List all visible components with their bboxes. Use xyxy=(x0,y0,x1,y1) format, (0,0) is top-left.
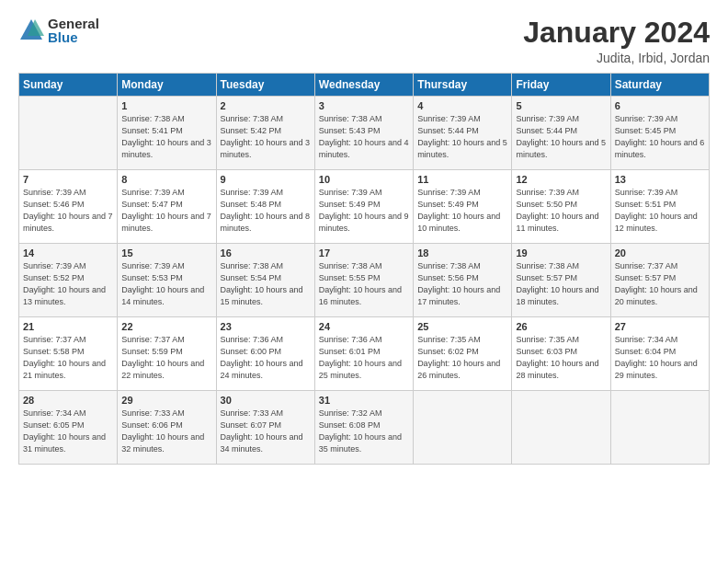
day-cell: 5Sunrise: 7:39 AM Sunset: 5:44 PM Daylig… xyxy=(512,97,610,170)
day-info: Sunrise: 7:39 AM Sunset: 5:45 PM Dayligh… xyxy=(615,113,705,161)
day-info: Sunrise: 7:34 AM Sunset: 6:04 PM Dayligh… xyxy=(615,334,705,382)
col-monday: Monday xyxy=(118,74,216,97)
day-number: 18 xyxy=(417,247,507,259)
day-number: 14 xyxy=(23,247,113,259)
col-friday: Friday xyxy=(512,74,610,97)
day-info: Sunrise: 7:36 AM Sunset: 6:00 PM Dayligh… xyxy=(221,334,311,382)
day-info: Sunrise: 7:38 AM Sunset: 5:57 PM Dayligh… xyxy=(516,260,606,308)
day-info: Sunrise: 7:38 AM Sunset: 5:56 PM Dayligh… xyxy=(417,260,507,308)
day-number: 13 xyxy=(615,174,705,185)
day-info: Sunrise: 7:34 AM Sunset: 6:05 PM Dayligh… xyxy=(23,408,113,455)
day-cell: 15Sunrise: 7:39 AM Sunset: 5:53 PM Dayli… xyxy=(118,244,216,317)
day-cell: 26Sunrise: 7:35 AM Sunset: 6:03 PM Dayli… xyxy=(512,317,610,391)
title-block: January 2024 Judita, Irbid, Jordan xyxy=(523,17,710,65)
week-row-3: 14Sunrise: 7:39 AM Sunset: 5:52 PM Dayli… xyxy=(19,244,710,317)
day-cell xyxy=(19,97,118,170)
day-info: Sunrise: 7:38 AM Sunset: 5:41 PM Dayligh… xyxy=(121,113,211,161)
day-info: Sunrise: 7:33 AM Sunset: 6:07 PM Dayligh… xyxy=(221,408,311,455)
day-number: 6 xyxy=(615,100,705,111)
day-number: 3 xyxy=(319,100,409,111)
week-row-2: 7Sunrise: 7:39 AM Sunset: 5:46 PM Daylig… xyxy=(19,170,710,244)
day-info: Sunrise: 7:39 AM Sunset: 5:52 PM Dayligh… xyxy=(23,260,113,308)
header: General Blue January 2024 Judita, Irbid,… xyxy=(18,17,710,65)
day-number: 31 xyxy=(319,395,409,406)
calendar-body: 1Sunrise: 7:38 AM Sunset: 5:41 PM Daylig… xyxy=(19,97,710,465)
day-info: Sunrise: 7:38 AM Sunset: 5:54 PM Dayligh… xyxy=(221,260,311,308)
day-cell: 6Sunrise: 7:39 AM Sunset: 5:45 PM Daylig… xyxy=(610,97,709,170)
day-cell: 27Sunrise: 7:34 AM Sunset: 6:04 PM Dayli… xyxy=(610,317,709,391)
day-cell: 30Sunrise: 7:33 AM Sunset: 6:07 PM Dayli… xyxy=(216,391,314,465)
day-number: 15 xyxy=(121,247,211,259)
day-number: 22 xyxy=(121,321,211,332)
day-cell: 28Sunrise: 7:34 AM Sunset: 6:05 PM Dayli… xyxy=(19,391,118,465)
day-info: Sunrise: 7:38 AM Sunset: 5:42 PM Dayligh… xyxy=(221,113,311,161)
day-number: 30 xyxy=(221,395,311,406)
day-number: 20 xyxy=(615,247,705,259)
day-cell: 8Sunrise: 7:39 AM Sunset: 5:47 PM Daylig… xyxy=(118,170,216,244)
day-info: Sunrise: 7:38 AM Sunset: 5:55 PM Dayligh… xyxy=(319,260,409,308)
col-tuesday: Tuesday xyxy=(216,74,314,97)
day-cell xyxy=(610,391,709,465)
day-number: 27 xyxy=(615,321,705,332)
day-info: Sunrise: 7:39 AM Sunset: 5:48 PM Dayligh… xyxy=(221,187,311,235)
calendar-table: Sunday Monday Tuesday Wednesday Thursday… xyxy=(18,73,710,465)
day-cell: 16Sunrise: 7:38 AM Sunset: 5:54 PM Dayli… xyxy=(216,244,314,317)
day-number: 29 xyxy=(121,395,211,406)
col-saturday: Saturday xyxy=(610,74,709,97)
day-cell: 2Sunrise: 7:38 AM Sunset: 5:42 PM Daylig… xyxy=(216,97,314,170)
day-number: 28 xyxy=(23,395,113,406)
day-info: Sunrise: 7:36 AM Sunset: 6:01 PM Dayligh… xyxy=(319,334,409,382)
header-row: Sunday Monday Tuesday Wednesday Thursday… xyxy=(19,74,710,97)
day-cell: 19Sunrise: 7:38 AM Sunset: 5:57 PM Dayli… xyxy=(512,244,610,317)
day-cell: 9Sunrise: 7:39 AM Sunset: 5:48 PM Daylig… xyxy=(216,170,314,244)
day-cell: 17Sunrise: 7:38 AM Sunset: 5:55 PM Dayli… xyxy=(314,244,413,317)
day-number: 8 xyxy=(121,174,211,185)
week-row-4: 21Sunrise: 7:37 AM Sunset: 5:58 PM Dayli… xyxy=(19,317,710,391)
day-cell: 4Sunrise: 7:39 AM Sunset: 5:44 PM Daylig… xyxy=(414,97,512,170)
day-info: Sunrise: 7:39 AM Sunset: 5:49 PM Dayligh… xyxy=(417,187,507,235)
day-info: Sunrise: 7:32 AM Sunset: 6:08 PM Dayligh… xyxy=(319,408,409,455)
day-cell: 13Sunrise: 7:39 AM Sunset: 5:51 PM Dayli… xyxy=(610,170,709,244)
logo-general: General xyxy=(48,17,99,30)
week-row-5: 28Sunrise: 7:34 AM Sunset: 6:05 PM Dayli… xyxy=(19,391,710,465)
day-cell: 24Sunrise: 7:36 AM Sunset: 6:01 PM Dayli… xyxy=(314,317,413,391)
day-cell: 12Sunrise: 7:39 AM Sunset: 5:50 PM Dayli… xyxy=(512,170,610,244)
day-cell: 22Sunrise: 7:37 AM Sunset: 5:59 PM Dayli… xyxy=(118,317,216,391)
logo-blue: Blue xyxy=(48,30,99,44)
day-number: 21 xyxy=(23,321,113,332)
day-number: 24 xyxy=(319,321,409,332)
day-cell: 23Sunrise: 7:36 AM Sunset: 6:00 PM Dayli… xyxy=(216,317,314,391)
day-info: Sunrise: 7:39 AM Sunset: 5:44 PM Dayligh… xyxy=(516,113,606,161)
day-info: Sunrise: 7:37 AM Sunset: 5:59 PM Dayligh… xyxy=(121,334,211,382)
col-wednesday: Wednesday xyxy=(314,74,413,97)
col-thursday: Thursday xyxy=(414,74,512,97)
day-info: Sunrise: 7:37 AM Sunset: 5:57 PM Dayligh… xyxy=(615,260,705,308)
day-cell: 20Sunrise: 7:37 AM Sunset: 5:57 PM Dayli… xyxy=(610,244,709,317)
day-info: Sunrise: 7:33 AM Sunset: 6:06 PM Dayligh… xyxy=(121,408,211,455)
day-info: Sunrise: 7:39 AM Sunset: 5:51 PM Dayligh… xyxy=(615,187,705,235)
day-cell: 1Sunrise: 7:38 AM Sunset: 5:41 PM Daylig… xyxy=(118,97,216,170)
location-subtitle: Judita, Irbid, Jordan xyxy=(523,51,710,65)
week-row-1: 1Sunrise: 7:38 AM Sunset: 5:41 PM Daylig… xyxy=(19,97,710,170)
day-info: Sunrise: 7:39 AM Sunset: 5:53 PM Dayligh… xyxy=(121,260,211,308)
day-cell: 7Sunrise: 7:39 AM Sunset: 5:46 PM Daylig… xyxy=(19,170,118,244)
day-info: Sunrise: 7:39 AM Sunset: 5:50 PM Dayligh… xyxy=(516,187,606,235)
day-info: Sunrise: 7:39 AM Sunset: 5:46 PM Dayligh… xyxy=(23,187,113,235)
day-number: 5 xyxy=(516,100,606,111)
day-cell xyxy=(414,391,512,465)
day-number: 16 xyxy=(221,247,311,259)
day-cell: 18Sunrise: 7:38 AM Sunset: 5:56 PM Dayli… xyxy=(414,244,512,317)
day-info: Sunrise: 7:35 AM Sunset: 6:03 PM Dayligh… xyxy=(516,334,606,382)
day-info: Sunrise: 7:39 AM Sunset: 5:47 PM Dayligh… xyxy=(121,187,211,235)
day-info: Sunrise: 7:38 AM Sunset: 5:43 PM Dayligh… xyxy=(319,113,409,161)
day-info: Sunrise: 7:39 AM Sunset: 5:44 PM Dayligh… xyxy=(417,113,507,161)
day-cell xyxy=(512,391,610,465)
day-number: 1 xyxy=(121,100,211,111)
day-number: 9 xyxy=(221,174,311,185)
day-number: 26 xyxy=(516,321,606,332)
day-number: 11 xyxy=(417,174,507,185)
day-number: 19 xyxy=(516,247,606,259)
day-cell: 31Sunrise: 7:32 AM Sunset: 6:08 PM Dayli… xyxy=(314,391,413,465)
day-cell: 10Sunrise: 7:39 AM Sunset: 5:49 PM Dayli… xyxy=(314,170,413,244)
day-cell: 21Sunrise: 7:37 AM Sunset: 5:58 PM Dayli… xyxy=(19,317,118,391)
